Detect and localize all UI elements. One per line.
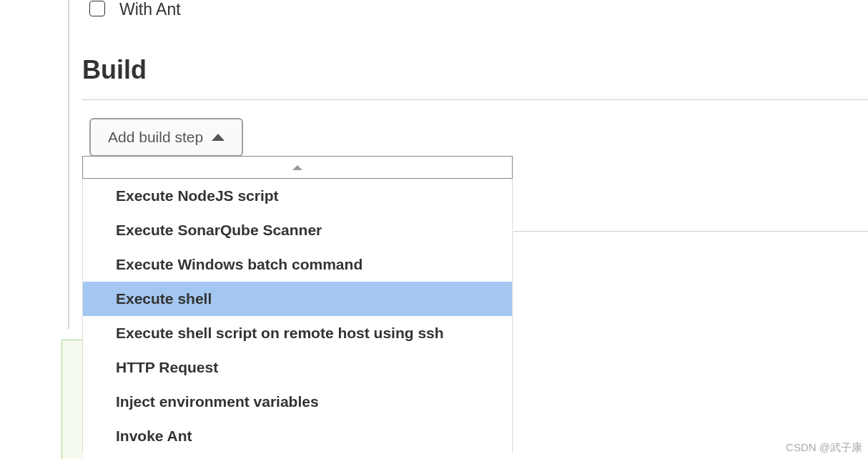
add-build-step-label: Add build step: [108, 129, 203, 146]
dropdown-scroll-up[interactable]: [82, 156, 513, 179]
dropdown-list: Execute NodeJS scriptExecute SonarQube S…: [82, 179, 513, 453]
build-section-title: Build: [82, 55, 868, 85]
content-wrapper: With Ant Build Add build step: [0, 0, 868, 157]
with-ant-row: With Ant: [89, 0, 868, 19]
dropdown-item-7[interactable]: Invoke Ant: [83, 419, 512, 453]
build-section-divider: [82, 99, 868, 100]
caret-up-icon: [212, 134, 225, 141]
dropdown-item-5[interactable]: HTTP Request: [83, 350, 512, 385]
watermark: CSDN @武子康: [786, 441, 862, 455]
dropdown-item-0[interactable]: Execute NodeJS script: [83, 179, 512, 213]
build-step-dropdown: Execute NodeJS scriptExecute SonarQube S…: [82, 156, 513, 453]
dropdown-item-3[interactable]: Execute shell: [83, 282, 512, 316]
with-ant-checkbox[interactable]: [89, 1, 105, 16]
sidebar-edge: [68, 0, 69, 329]
dropdown-item-4[interactable]: Execute shell script on remote host usin…: [83, 316, 512, 350]
caret-up-small-icon: [292, 165, 302, 170]
dropdown-item-6[interactable]: Inject environment variables: [83, 385, 512, 419]
with-ant-label: With Ant: [119, 0, 181, 19]
notification-edge: [61, 340, 83, 459]
post-build-divider: [513, 231, 868, 232]
dropdown-item-2[interactable]: Execute Windows batch command: [83, 247, 512, 282]
dropdown-item-1[interactable]: Execute SonarQube Scanner: [83, 213, 512, 247]
add-build-step-button[interactable]: Add build step: [89, 118, 243, 157]
